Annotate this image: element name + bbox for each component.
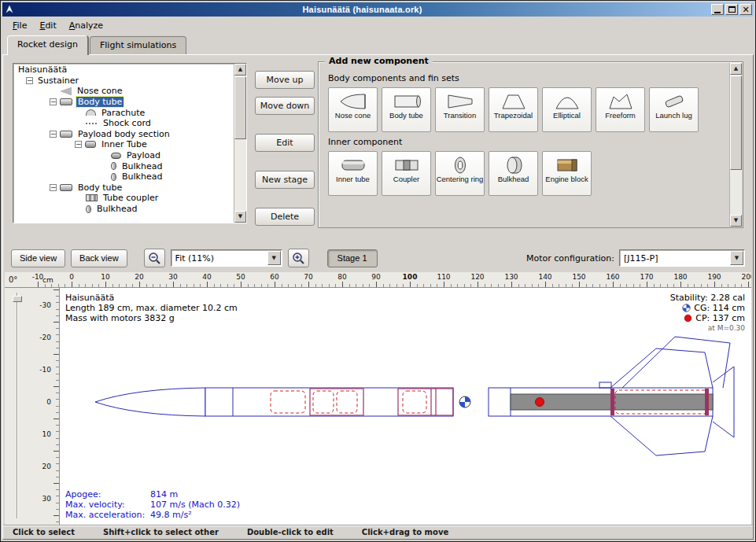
add-component-title: Add new component	[325, 56, 433, 66]
max-velocity-label: Max. velocity:	[65, 500, 150, 510]
motor-configuration-label: Motor configuration:	[526, 253, 614, 264]
tree-item-shock-cord[interactable]: Shock cord	[13, 118, 234, 129]
add-transition-button[interactable]: Transition	[435, 87, 485, 132]
zoom-out-icon	[147, 251, 161, 265]
zoom-in-button[interactable]	[288, 249, 309, 267]
scroll-down-icon[interactable]: ▼	[234, 211, 246, 223]
collapse-icon[interactable]: −	[50, 98, 57, 105]
collapse-icon[interactable]: −	[75, 141, 82, 148]
add-freeform-fin-button[interactable]: Freeform	[596, 87, 645, 132]
collapse-icon[interactable]: −	[26, 77, 33, 84]
zoom-in-icon	[291, 251, 305, 265]
zoom-out-button[interactable]	[144, 249, 165, 267]
side-view-button[interactable]: Side view	[11, 249, 65, 267]
rotation-slider-track	[17, 293, 18, 518]
tab-rocket-design[interactable]: Rocket design	[7, 35, 88, 55]
tree-item-inner-tube[interactable]: −Inner Tube	[13, 139, 234, 150]
launch-lug-icon	[660, 91, 688, 112]
delete-button[interactable]: Delete	[255, 208, 315, 226]
scroll-down-icon[interactable]: ▼	[730, 215, 742, 227]
tree-item-rocket[interactable]: Haisunäätä	[13, 65, 234, 76]
apogee-value: 814 m	[150, 489, 178, 500]
rocket-canvas: -100102030405060708090100110120130140150…	[5, 272, 751, 525]
collapse-icon[interactable]: −	[50, 131, 57, 138]
menu-file[interactable]: File	[7, 18, 32, 33]
inner-component-label: Inner component	[328, 137, 727, 147]
add-inner-tube-button[interactable]: Inner tube	[328, 151, 378, 196]
add-component-group: Add new component Body components and fi…	[318, 61, 743, 228]
zoom-select[interactable]: Fit (11%) ▼	[171, 249, 282, 267]
tree-item-tube-coupler[interactable]: Tube coupler	[13, 193, 234, 204]
move-up-button[interactable]: Move up	[255, 71, 315, 89]
back-view-button[interactable]: Back view	[71, 249, 127, 267]
scroll-up-icon[interactable]: ▲	[730, 63, 742, 75]
tree-item-parachute[interactable]: Parachute	[13, 107, 234, 118]
menu-analyze[interactable]: Analyze	[64, 18, 109, 33]
stability-value: Stability: 2.28 cal	[670, 293, 745, 303]
collapse-icon[interactable]: −	[50, 184, 57, 191]
tree-item-body-tube[interactable]: −Body tube	[13, 97, 234, 108]
add-nose-cone-button[interactable]: Nose cone	[328, 87, 378, 132]
tree-item-bulkhead-2[interactable]: Bulkhead	[13, 204, 234, 215]
transition-icon	[446, 91, 474, 112]
add-component-scrollbar[interactable]: ▲ ▼	[729, 63, 742, 227]
move-down-button[interactable]: Move down	[255, 97, 315, 115]
motor-configuration-select[interactable]: [J115-P] ▼	[619, 249, 745, 267]
menu-edit[interactable]: Edit	[34, 18, 61, 33]
inner-tube-icon	[85, 141, 96, 148]
add-engine-block-button[interactable]: Engine block	[542, 151, 592, 196]
cp-icon	[684, 314, 692, 323]
add-component-scrollbar-thumb[interactable]	[730, 76, 742, 170]
tree-item-payload[interactable]: Payload	[13, 150, 234, 161]
edit-button[interactable]: Edit	[255, 134, 315, 152]
tree-item-bulkhead[interactable]: Bulkhead	[13, 160, 234, 171]
tree-scrollbar-thumb[interactable]	[234, 76, 246, 139]
body-tube-icon	[393, 91, 421, 112]
add-centering-ring-button[interactable]: Centering ring	[435, 151, 485, 196]
app-icon	[4, 5, 15, 15]
close-button[interactable]: ✕	[739, 4, 752, 15]
chevron-down-icon[interactable]: ▼	[730, 251, 743, 265]
add-launch-lug-button[interactable]: Launch lug	[649, 87, 699, 132]
new-stage-button[interactable]: New stage	[255, 171, 315, 189]
rocket-name: Haisunäätä	[65, 293, 238, 303]
add-bulkhead-button[interactable]: Bulkhead	[489, 151, 538, 196]
rotation-slider[interactable]	[12, 293, 23, 518]
tree-scrollbar[interactable]: ▲ ▼	[234, 64, 246, 223]
menubar: File Edit Analyze	[2, 17, 754, 34]
add-trapezoidal-fin-button[interactable]: Trapezoidal	[489, 87, 538, 132]
add-elliptical-fin-button[interactable]: Elliptical	[542, 87, 592, 132]
maximize-button[interactable]	[725, 4, 738, 15]
tree-item-payload-body-section[interactable]: −Payload body section	[13, 129, 234, 140]
stage-1-toggle[interactable]: Stage 1	[327, 249, 378, 267]
engine-block-icon	[553, 155, 581, 175]
rotation-slider-thumb[interactable]	[13, 296, 22, 302]
rocket-drawing[interactable]: Haisunäätä Length 189 cm, max. diameter …	[60, 288, 751, 525]
flight-stats: Apogee:814 m Max. velocity:107 m/s (Mach…	[65, 489, 240, 520]
minimize-button[interactable]	[711, 4, 724, 15]
tree-item-body-tube-2[interactable]: −Body tube	[13, 183, 234, 194]
cg-icon	[682, 304, 691, 312]
tree-item-sustainer[interactable]: −Sustainer	[13, 76, 234, 87]
payload-icon	[111, 153, 121, 159]
tree-item-nose-cone[interactable]: Nose cone	[13, 86, 234, 97]
freeform-fin-icon	[607, 91, 635, 112]
bulkhead-icon	[111, 162, 116, 170]
bulkhead-icon	[86, 205, 91, 213]
add-coupler-button[interactable]: Coupler	[382, 151, 431, 196]
add-body-tube-button[interactable]: Body tube	[382, 87, 431, 132]
tab-flight-simulations[interactable]: Flight simulations	[90, 36, 186, 54]
body-tube-icon	[60, 98, 72, 105]
scroll-up-icon[interactable]: ▲	[234, 64, 246, 76]
tree-item-bulkhead[interactable]: Bulkhead	[13, 171, 234, 183]
apogee-label: Apogee:	[65, 489, 150, 500]
shock-cord-icon	[86, 120, 98, 126]
zoom-value: Fit (11%)	[171, 253, 267, 264]
motor-configuration-value: [J115-P]	[620, 253, 730, 264]
chevron-down-icon[interactable]: ▼	[267, 251, 281, 265]
rocket-mass: Mass with motors 3832 g	[65, 313, 238, 323]
nose-cone-icon	[61, 87, 72, 95]
max-acceleration-value: 49.8 m/s²	[150, 510, 192, 520]
body-tube-icon	[60, 184, 72, 191]
rocket-dimensions: Length 189 cm, max. diameter 10.2 cm	[65, 303, 238, 313]
